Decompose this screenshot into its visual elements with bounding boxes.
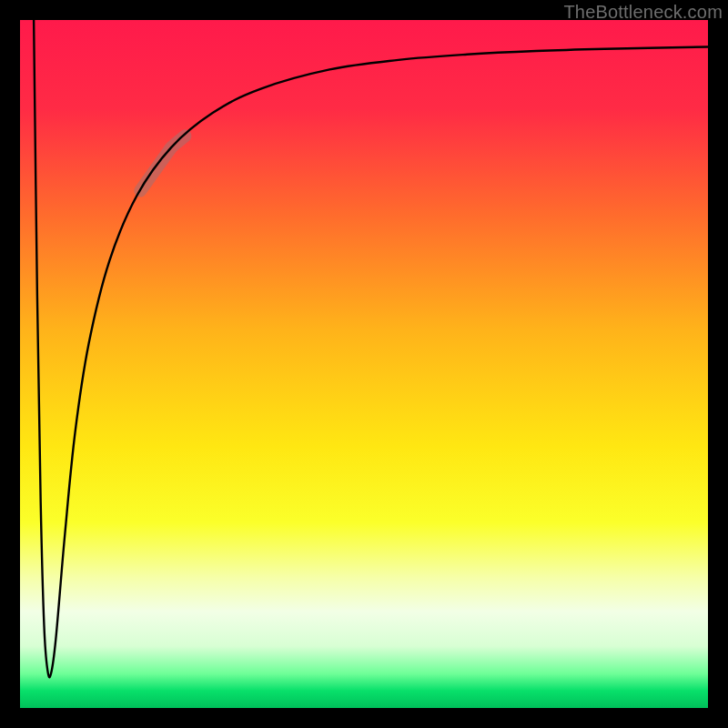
chart-svg <box>20 20 708 708</box>
plot-area <box>20 20 708 708</box>
chart-frame: TheBottleneck.com <box>0 0 728 728</box>
watermark-label: TheBottleneck.com <box>563 2 723 23</box>
gradient-background <box>20 20 708 708</box>
